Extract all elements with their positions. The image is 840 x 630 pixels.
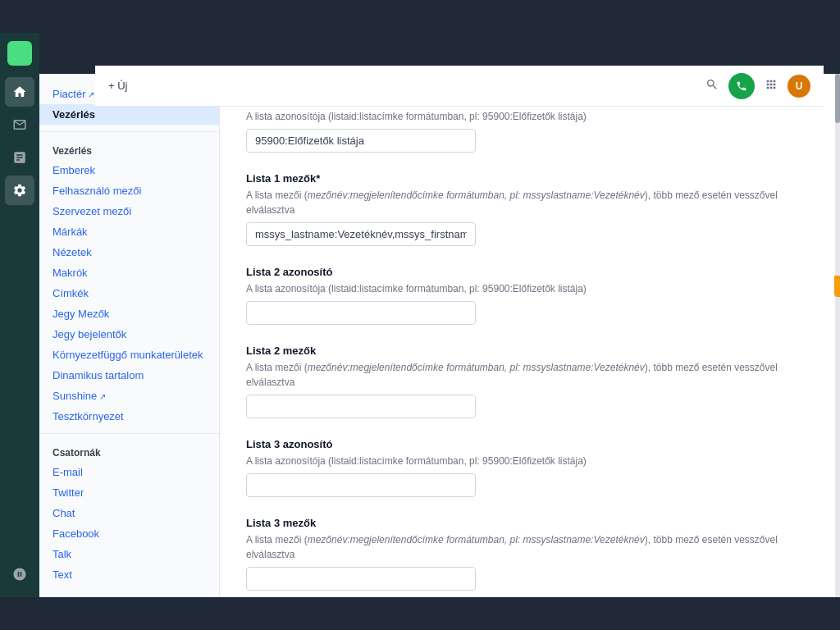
lista3-mezok-input[interactable] <box>246 567 476 591</box>
lista3-azonosito-input[interactable] <box>246 473 476 497</box>
sidebar-divider-1 <box>39 131 219 132</box>
sidebar-item-vezarles-top[interactable]: Vezérlés <box>39 104 219 125</box>
svg-rect-2 <box>13 54 19 60</box>
svg-rect-1 <box>21 47 26 52</box>
lista2-azonosito-group: Lista 2 azonosító A lista azonosítója (l… <box>246 266 814 325</box>
scrollbar[interactable] <box>835 74 840 597</box>
search-icon[interactable] <box>705 78 719 94</box>
lista3-mezok-desc: A lista mezői (mezőnév:megjelenítendőcím… <box>246 532 814 562</box>
sidebar-item-twitter[interactable]: Twitter <box>39 482 219 503</box>
sidebar-item-talk[interactable]: Talk <box>39 544 219 564</box>
sidebar-item-sunshine[interactable]: Sunshine <box>39 386 219 406</box>
lista2-azonosito-desc: A lista azonosítója (listaid:listacímke … <box>246 281 814 296</box>
lista3-azonosito-desc: A lista azonosítója (listaid:listacímke … <box>246 454 814 468</box>
icon-nav-bottom <box>5 559 34 589</box>
main-panel: Lista 1 azonosító* A lista azonosítója (… <box>220 74 840 597</box>
vezarles-section-title: Vezérlés <box>39 139 219 160</box>
sidebar-item-cimkek[interactable]: Címkék <box>39 283 219 304</box>
sidebar-item-chat[interactable]: Chat <box>39 503 219 523</box>
help-button[interactable]: Segítség <box>833 275 840 296</box>
csatornak-section-title: Csatornák <box>39 441 219 462</box>
top-bar: + Új U <box>95 66 824 107</box>
page-layout: + Új U Piactér Vezérlés <box>39 33 840 597</box>
scrollbar-thumb[interactable] <box>835 74 840 123</box>
lista3-mezok-group: Lista 3 mezők A lista mezői (mezőnév:meg… <box>246 517 814 591</box>
sidebar-item-jegy-mezok[interactable]: Jegy Mezők <box>39 304 219 324</box>
sidebar-item-kornyezetfuggo[interactable]: Környezetfüggő munkaterületek <box>39 345 219 365</box>
nav-zendesk-icon[interactable] <box>5 559 34 589</box>
sidebar-item-text[interactable]: Text <box>39 564 219 585</box>
svg-rect-0 <box>13 47 19 52</box>
nav-tickets-icon[interactable] <box>5 110 34 139</box>
sidebar-item-szervezet-mezoi[interactable]: Szervezet mezői <box>39 201 219 221</box>
sidebar-item-facebook[interactable]: Facebook <box>39 523 219 544</box>
sidebar-item-emberek[interactable]: Emberek <box>39 160 219 180</box>
lista1-mezok-label: Lista 1 mezők* <box>246 172 814 185</box>
svg-rect-3 <box>21 54 26 60</box>
lista2-azonosito-input[interactable] <box>246 301 476 325</box>
nav-reports-icon[interactable] <box>5 143 34 172</box>
lista3-azonosito-group: Lista 3 azonosító A lista azonosítója (l… <box>246 438 814 497</box>
lista2-mezok-input[interactable] <box>246 395 476 418</box>
sidebar-item-jegy-bejelentok[interactable]: Jegy bejelentők <box>39 324 219 345</box>
sidebar-item-dinamikus-tartalom[interactable]: Dinamikus tartalom <box>39 365 219 386</box>
top-bar-right: U <box>705 73 810 99</box>
lista2-mezok-desc: A lista mezői (mezőnév:megjelenítendőcím… <box>246 360 814 390</box>
sidebar-item-nezetek[interactable]: Nézetek <box>39 242 219 262</box>
sidebar-item-markak[interactable]: Márkák <box>39 221 219 242</box>
sidebar-item-felhasznalo-mezoi[interactable]: Felhasználó mezői <box>39 180 219 201</box>
grid-icon[interactable] <box>765 78 778 94</box>
lista1-mezok-group: Lista 1 mezők* A lista mezői (mezőnév:me… <box>246 172 814 246</box>
nav-home-icon[interactable] <box>5 77 34 107</box>
lista2-mezok-group: Lista 2 mezők A lista mezői (mezőnév:meg… <box>246 345 814 418</box>
lista1-mezok-desc: A lista mezői (mezőnév:megjelenítendőcím… <box>246 188 814 217</box>
app-logo <box>7 41 32 66</box>
user-avatar[interactable]: U <box>788 75 810 98</box>
below-topbar: Piactér Vezérlés Vezérlés Emberek Felhas… <box>39 74 840 597</box>
lista1-azonosito-input[interactable] <box>246 129 476 153</box>
top-bar-left: + Új <box>108 80 127 92</box>
lista2-mezok-label: Lista 2 mezők <box>246 345 814 357</box>
new-button[interactable]: + Új <box>108 80 127 92</box>
lista1-mezok-input[interactable] <box>246 222 476 246</box>
icon-nav <box>0 33 39 597</box>
lista3-mezok-label: Lista 3 mezők <box>246 517 814 529</box>
lista1-azonosito-desc: A lista azonosítója (listaid:listacímke … <box>246 109 814 124</box>
sidebar-item-email[interactable]: E-mail <box>39 462 219 482</box>
sidebar-item-tesztkornyzet[interactable]: Tesztkörnyezet <box>39 406 219 427</box>
sidebar: Piactér Vezérlés Vezérlés Emberek Felhas… <box>39 74 220 597</box>
lista2-azonosito-label: Lista 2 azonosító <box>246 266 814 278</box>
sidebar-item-makrok[interactable]: Makrók <box>39 262 219 283</box>
lista3-azonosito-label: Lista 3 azonosító <box>246 438 814 450</box>
sidebar-divider-2 <box>39 433 219 434</box>
phone-icon[interactable] <box>728 73 755 99</box>
nav-settings-icon[interactable] <box>5 176 34 205</box>
